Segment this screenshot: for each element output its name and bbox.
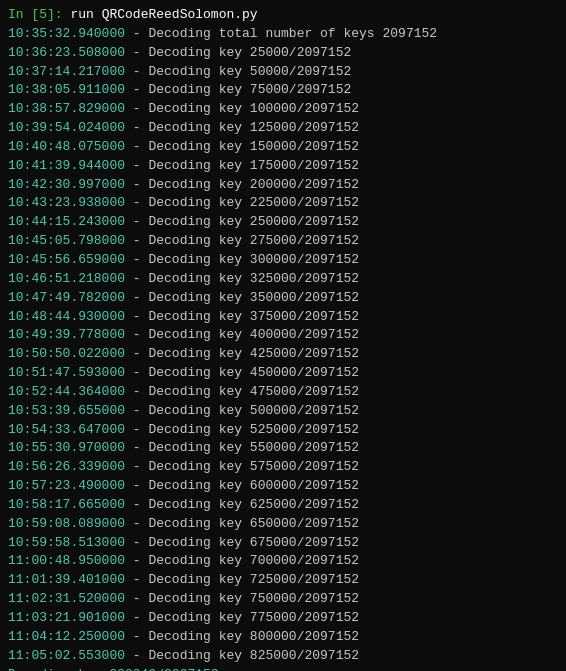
terminal: In [5]: run QRCodeReedSolomon.py 10:35:3…: [0, 0, 566, 671]
timestamp: 11:02:31.520000: [8, 591, 125, 606]
message: Decoding key 425000/2097152: [148, 346, 359, 361]
dash: -: [125, 327, 148, 342]
message: Decoding key 450000/2097152: [148, 365, 359, 380]
dash: -: [125, 422, 148, 437]
output-line: 10:59:58.513000 - Decoding key 675000/20…: [8, 534, 558, 553]
timestamp: 10:52:44.364000: [8, 384, 125, 399]
timestamp: 10:55:30.970000: [8, 440, 125, 455]
timestamp: 10:49:39.778000: [8, 327, 125, 342]
timestamp: 10:59:58.513000: [8, 535, 125, 550]
output-line: 10:38:05.911000 - Decoding key 75000/209…: [8, 81, 558, 100]
timestamp: 10:59:08.089000: [8, 516, 125, 531]
timestamp: 10:39:54.024000: [8, 120, 125, 135]
output-line: 11:01:39.401000 - Decoding key 725000/20…: [8, 571, 558, 590]
message: Decoding key 400000/2097152: [148, 327, 359, 342]
message: Decoding key 725000/2097152: [148, 572, 359, 587]
message: Decoding key 350000/2097152: [148, 290, 359, 305]
message: Decoding key 375000/2097152: [148, 309, 359, 324]
dash: -: [125, 101, 148, 116]
dash: -: [125, 177, 148, 192]
dash: -: [125, 591, 148, 606]
final-decoding-line: Decoding key 838849/2097152: [8, 666, 558, 671]
message: Decoding key 800000/2097152: [148, 629, 359, 644]
message: Decoding key 225000/2097152: [148, 195, 359, 210]
dash: -: [125, 440, 148, 455]
message: Decoding key 575000/2097152: [148, 459, 359, 474]
timestamp: 10:57:23.490000: [8, 478, 125, 493]
output-line: 10:54:33.647000 - Decoding key 525000/20…: [8, 421, 558, 440]
output-line: 10:41:39.944000 - Decoding key 175000/20…: [8, 157, 558, 176]
timestamp: 10:44:15.243000: [8, 214, 125, 229]
dash: -: [125, 365, 148, 380]
timestamp: 10:35:32.940000: [8, 26, 125, 41]
message: Decoding key 250000/2097152: [148, 214, 359, 229]
timestamp: 10:51:47.593000: [8, 365, 125, 380]
message: Decoding key 600000/2097152: [148, 478, 359, 493]
output-line: 10:47:49.782000 - Decoding key 350000/20…: [8, 289, 558, 308]
timestamp: 10:58:17.665000: [8, 497, 125, 512]
timestamp: 10:38:05.911000: [8, 82, 125, 97]
dash: -: [125, 648, 148, 663]
message: Decoding key 25000/2097152: [148, 45, 351, 60]
output-line: 10:51:47.593000 - Decoding key 450000/20…: [8, 364, 558, 383]
message: Decoding key 525000/2097152: [148, 422, 359, 437]
dash: -: [125, 45, 148, 60]
message: Decoding total number of keys 2097152: [148, 26, 437, 41]
dash: -: [125, 252, 148, 267]
output-line: 10:39:54.024000 - Decoding key 125000/20…: [8, 119, 558, 138]
message: Decoding key 775000/2097152: [148, 610, 359, 625]
message: Decoding key 475000/2097152: [148, 384, 359, 399]
timestamp: 11:01:39.401000: [8, 572, 125, 587]
dash: -: [125, 139, 148, 154]
message: Decoding key 650000/2097152: [148, 516, 359, 531]
message: Decoding key 300000/2097152: [148, 252, 359, 267]
timestamp: 10:54:33.647000: [8, 422, 125, 437]
message: Decoding key 625000/2097152: [148, 497, 359, 512]
dash: -: [125, 629, 148, 644]
timestamp: 10:37:14.217000: [8, 64, 125, 79]
output-line: 10:49:39.778000 - Decoding key 400000/20…: [8, 326, 558, 345]
timestamp: 10:53:39.655000: [8, 403, 125, 418]
dash: -: [125, 516, 148, 531]
output-line: 10:38:57.829000 - Decoding key 100000/20…: [8, 100, 558, 119]
output-lines: 10:35:32.940000 - Decoding total number …: [8, 25, 558, 666]
dash: -: [125, 478, 148, 493]
output-line: 10:50:50.022000 - Decoding key 425000/20…: [8, 345, 558, 364]
timestamp: 10:40:48.075000: [8, 139, 125, 154]
dash: -: [125, 459, 148, 474]
timestamp: 10:50:50.022000: [8, 346, 125, 361]
output-line: 10:42:30.997000 - Decoding key 200000/20…: [8, 176, 558, 195]
output-line: 10:43:23.938000 - Decoding key 225000/20…: [8, 194, 558, 213]
prompt: In [5]:: [8, 7, 70, 22]
message: Decoding key 200000/2097152: [148, 177, 359, 192]
output-line: 10:37:14.217000 - Decoding key 50000/209…: [8, 63, 558, 82]
output-line: 11:02:31.520000 - Decoding key 750000/20…: [8, 590, 558, 609]
output-line: 10:36:23.508000 - Decoding key 25000/209…: [8, 44, 558, 63]
dash: -: [125, 553, 148, 568]
timestamp: 10:56:26.339000: [8, 459, 125, 474]
message: Decoding key 275000/2097152: [148, 233, 359, 248]
timestamp: 11:05:02.553000: [8, 648, 125, 663]
timestamp: 10:45:05.798000: [8, 233, 125, 248]
timestamp: 10:38:57.829000: [8, 101, 125, 116]
output-line: 10:44:15.243000 - Decoding key 250000/20…: [8, 213, 558, 232]
message: Decoding key 700000/2097152: [148, 553, 359, 568]
message: Decoding key 750000/2097152: [148, 591, 359, 606]
output-line: 11:00:48.950000 - Decoding key 700000/20…: [8, 552, 558, 571]
message: Decoding key 75000/2097152: [148, 82, 351, 97]
dash: -: [125, 26, 148, 41]
message: Decoding key 675000/2097152: [148, 535, 359, 550]
dash: -: [125, 572, 148, 587]
timestamp: 10:47:49.782000: [8, 290, 125, 305]
timestamp: 10:36:23.508000: [8, 45, 125, 60]
timestamp: 10:48:44.930000: [8, 309, 125, 324]
message: Decoding key 825000/2097152: [148, 648, 359, 663]
message: Decoding key 125000/2097152: [148, 120, 359, 135]
dash: -: [125, 610, 148, 625]
output-line: 10:57:23.490000 - Decoding key 600000/20…: [8, 477, 558, 496]
dash: -: [125, 497, 148, 512]
timestamp: 10:45:56.659000: [8, 252, 125, 267]
dash: -: [125, 214, 148, 229]
dash: -: [125, 120, 148, 135]
message: Decoding key 150000/2097152: [148, 139, 359, 154]
